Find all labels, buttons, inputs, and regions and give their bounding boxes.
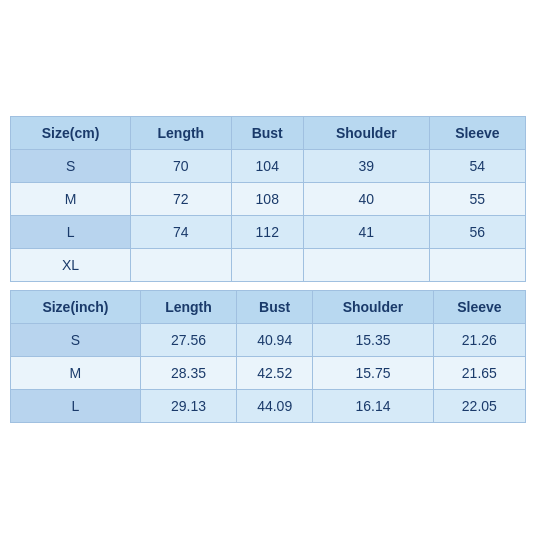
header-sleeve-cm: Sleeve [429,116,525,149]
table-cell: 21.26 [433,323,525,356]
size-table-inch: Size(inch) Length Bust Shoulder Sleeve S… [10,290,526,423]
table-cell [303,248,429,281]
table-cell: S [11,149,131,182]
table-cell: 74 [131,215,231,248]
table-cell: 40.94 [237,323,313,356]
table-cell: L [11,389,141,422]
table-row: L741124156 [11,215,526,248]
table-cell: 15.75 [313,356,433,389]
table-cell: 54 [429,149,525,182]
table-cell: 39 [303,149,429,182]
table-cell: 108 [231,182,303,215]
header-size-cm: Size(cm) [11,116,131,149]
table-cell [131,248,231,281]
header-length-inch: Length [140,290,236,323]
header-sleeve-inch: Sleeve [433,290,525,323]
table-cell: 56 [429,215,525,248]
table-cell: 40 [303,182,429,215]
header-shoulder-inch: Shoulder [313,290,433,323]
table-cell: L [11,215,131,248]
table-cell: 55 [429,182,525,215]
table-cell: S [11,323,141,356]
table-cell: 70 [131,149,231,182]
table-row: S27.5640.9415.3521.26 [11,323,526,356]
table-row: S701043954 [11,149,526,182]
header-size-inch: Size(inch) [11,290,141,323]
table-cell: 42.52 [237,356,313,389]
table-row: XL [11,248,526,281]
table-cell: XL [11,248,131,281]
table-cell: 44.09 [237,389,313,422]
header-bust-cm: Bust [231,116,303,149]
table-cell: M [11,182,131,215]
size-tables: Size(cm) Length Bust Shoulder Sleeve S70… [10,116,526,423]
table-row: L29.1344.0916.1422.05 [11,389,526,422]
header-shoulder-cm: Shoulder [303,116,429,149]
header-length-cm: Length [131,116,231,149]
table-cell: 22.05 [433,389,525,422]
table-cell: 27.56 [140,323,236,356]
table-cell [231,248,303,281]
table-cell: 16.14 [313,389,433,422]
table-cell: 104 [231,149,303,182]
table-cell: 21.65 [433,356,525,389]
table-cell: 28.35 [140,356,236,389]
size-table-cm: Size(cm) Length Bust Shoulder Sleeve S70… [10,116,526,282]
table-row: M28.3542.5215.7521.65 [11,356,526,389]
table-cell: 29.13 [140,389,236,422]
table-row: M721084055 [11,182,526,215]
table-cell: M [11,356,141,389]
table-cell: 72 [131,182,231,215]
table-cell: 112 [231,215,303,248]
table-cell [429,248,525,281]
header-bust-inch: Bust [237,290,313,323]
table-cell: 41 [303,215,429,248]
table-cell: 15.35 [313,323,433,356]
